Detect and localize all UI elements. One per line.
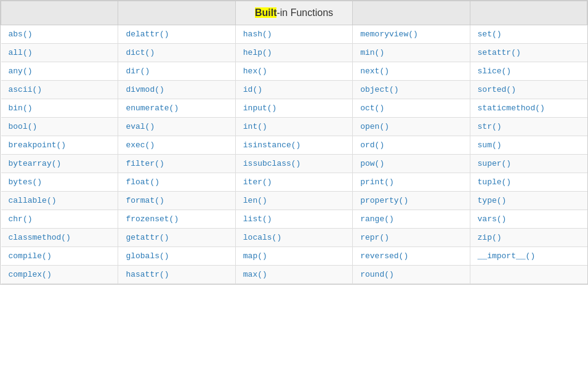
table-row: any()dir()hex()next()slice() — [1, 62, 587, 81]
cell-r4-c2[interactable]: input() — [235, 99, 352, 118]
cell-r2-c4[interactable]: slice() — [470, 62, 587, 81]
cell-r0-c4[interactable]: set() — [470, 25, 587, 44]
cell-r9-c0[interactable]: callable() — [1, 192, 118, 210]
builtin-functions-table: Built-in Functions abs()delattr()hash()m… — [1, 1, 587, 284]
cell-r4-c1[interactable]: enumerate() — [118, 99, 235, 118]
empty-header-2 — [118, 1, 235, 25]
cell-r0-c0[interactable]: abs() — [1, 25, 118, 44]
cell-r7-c0[interactable]: bytearray() — [1, 155, 118, 173]
cell-r7-c3[interactable]: pow() — [353, 155, 470, 173]
cell-r8-c4[interactable]: tuple() — [470, 173, 587, 192]
cell-r3-c0[interactable]: ascii() — [1, 81, 118, 99]
cell-r7-c2[interactable]: issubclass() — [235, 155, 352, 173]
cell-r4-c0[interactable]: bin() — [1, 99, 118, 118]
empty-header-3 — [353, 1, 470, 25]
cell-r5-c4[interactable]: str() — [470, 118, 587, 136]
table-row: breakpoint()exec()isinstance()ord()sum() — [1, 136, 587, 155]
cell-r8-c2[interactable]: iter() — [235, 173, 352, 192]
table-row: bin()enumerate()input()oct()staticmethod… — [1, 99, 587, 118]
cell-r12-c1[interactable]: globals() — [118, 247, 235, 266]
cell-r2-c3[interactable]: next() — [353, 62, 470, 81]
empty-header-4 — [470, 1, 587, 25]
cell-r3-c1[interactable]: divmod() — [118, 81, 235, 99]
cell-r0-c2[interactable]: hash() — [235, 25, 352, 44]
cell-r7-c1[interactable]: filter() — [118, 155, 235, 173]
cell-r11-c4[interactable]: zip() — [470, 229, 587, 247]
table-row: compile()globals()map()reversed()__impor… — [1, 247, 587, 266]
cell-r12-c2[interactable]: map() — [235, 247, 352, 266]
table-row: bytearray()filter()issubclass()pow()supe… — [1, 155, 587, 173]
cell-r12-c0[interactable]: compile() — [1, 247, 118, 266]
cell-r9-c2[interactable]: len() — [235, 192, 352, 210]
cell-r2-c1[interactable]: dir() — [118, 62, 235, 81]
cell-r5-c0[interactable]: bool() — [1, 118, 118, 136]
title-highlight: Built — [255, 7, 277, 18]
cell-r7-c4[interactable]: super() — [470, 155, 587, 173]
table-row: classmethod()getattr()locals()repr()zip(… — [1, 229, 587, 247]
cell-r11-c1[interactable]: getattr() — [118, 229, 235, 247]
cell-r1-c4[interactable]: setattr() — [470, 44, 587, 62]
cell-r13-c2[interactable]: max() — [235, 266, 352, 284]
table-row: chr()frozenset()list()range()vars() — [1, 210, 587, 229]
cell-r6-c4[interactable]: sum() — [470, 136, 587, 155]
cell-r9-c3[interactable]: property() — [353, 192, 470, 210]
cell-r9-c4[interactable]: type() — [470, 192, 587, 210]
cell-r13-c1[interactable]: hasattr() — [118, 266, 235, 284]
table-title-cell: Built-in Functions — [235, 1, 352, 25]
cell-r13-c3[interactable]: round() — [353, 266, 470, 284]
cell-r1-c2[interactable]: help() — [235, 44, 352, 62]
cell-r4-c4[interactable]: staticmethod() — [470, 99, 587, 118]
table-row: complex()hasattr()max()round() — [1, 266, 587, 284]
cell-r3-c3[interactable]: object() — [353, 81, 470, 99]
table-row: ascii()divmod()id()object()sorted() — [1, 81, 587, 99]
cell-r1-c0[interactable]: all() — [1, 44, 118, 62]
cell-r13-c0[interactable]: complex() — [1, 266, 118, 284]
cell-r5-c3[interactable]: open() — [353, 118, 470, 136]
cell-r13-c4[interactable] — [470, 266, 587, 284]
cell-r1-c1[interactable]: dict() — [118, 44, 235, 62]
table-title: Built-in Functions — [255, 7, 333, 18]
cell-r10-c0[interactable]: chr() — [1, 210, 118, 229]
cell-r10-c1[interactable]: frozenset() — [118, 210, 235, 229]
table-row: bool()eval()int()open()str() — [1, 118, 587, 136]
main-table-container: Built-in Functions abs()delattr()hash()m… — [0, 0, 588, 285]
cell-r6-c2[interactable]: isinstance() — [235, 136, 352, 155]
table-row: abs()delattr()hash()memoryview()set() — [1, 25, 587, 44]
cell-r10-c2[interactable]: list() — [235, 210, 352, 229]
cell-r5-c2[interactable]: int() — [235, 118, 352, 136]
cell-r5-c1[interactable]: eval() — [118, 118, 235, 136]
cell-r9-c1[interactable]: format() — [118, 192, 235, 210]
cell-r6-c3[interactable]: ord() — [353, 136, 470, 155]
cell-r11-c3[interactable]: repr() — [353, 229, 470, 247]
cell-r11-c2[interactable]: locals() — [235, 229, 352, 247]
cell-r10-c4[interactable]: vars() — [470, 210, 587, 229]
cell-r8-c0[interactable]: bytes() — [1, 173, 118, 192]
cell-r12-c3[interactable]: reversed() — [353, 247, 470, 266]
table-row: all()dict()help()min()setattr() — [1, 44, 587, 62]
cell-r12-c4[interactable]: __import__() — [470, 247, 587, 266]
cell-r3-c2[interactable]: id() — [235, 81, 352, 99]
cell-r0-c1[interactable]: delattr() — [118, 25, 235, 44]
table-row: callable()format()len()property()type() — [1, 192, 587, 210]
cell-r6-c0[interactable]: breakpoint() — [1, 136, 118, 155]
cell-r3-c4[interactable]: sorted() — [470, 81, 587, 99]
cell-r2-c2[interactable]: hex() — [235, 62, 352, 81]
table-row: bytes()float()iter()print()tuple() — [1, 173, 587, 192]
cell-r0-c3[interactable]: memoryview() — [353, 25, 470, 44]
cell-r6-c1[interactable]: exec() — [118, 136, 235, 155]
cell-r10-c3[interactable]: range() — [353, 210, 470, 229]
cell-r8-c3[interactable]: print() — [353, 173, 470, 192]
cell-r8-c1[interactable]: float() — [118, 173, 235, 192]
empty-header-1 — [1, 1, 118, 25]
cell-r11-c0[interactable]: classmethod() — [1, 229, 118, 247]
cell-r4-c3[interactable]: oct() — [353, 99, 470, 118]
cell-r2-c0[interactable]: any() — [1, 62, 118, 81]
cell-r1-c3[interactable]: min() — [353, 44, 470, 62]
